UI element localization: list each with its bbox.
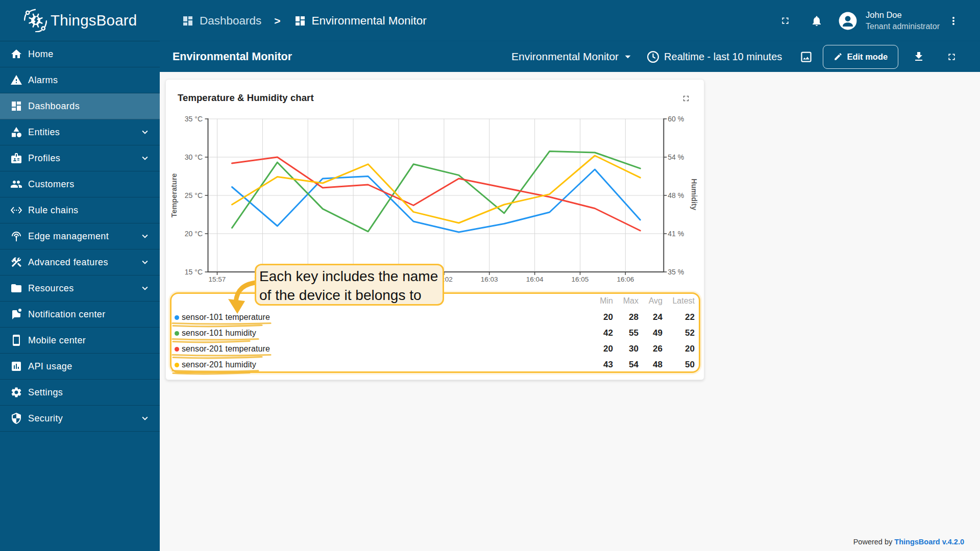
svg-text:16:03: 16:03	[481, 276, 498, 283]
svg-text:20 °C: 20 °C	[185, 230, 203, 238]
svg-text:15:57: 15:57	[209, 276, 226, 283]
svg-text:25 °C: 25 °C	[185, 191, 203, 199]
svg-text:35 °C: 35 °C	[185, 115, 203, 123]
svg-text:30 °C: 30 °C	[185, 153, 203, 161]
svg-text:41 %: 41 %	[668, 230, 684, 238]
svg-text:15 °C: 15 °C	[185, 268, 203, 276]
svg-text:48 %: 48 %	[668, 191, 684, 199]
svg-text:60 %: 60 %	[668, 115, 684, 123]
svg-text:Temperature: Temperature	[170, 173, 178, 218]
svg-text:54 %: 54 %	[668, 153, 684, 161]
svg-text:16:05: 16:05	[572, 276, 589, 283]
svg-text:16:06: 16:06	[617, 276, 634, 283]
svg-text:16:04: 16:04	[526, 276, 544, 283]
svg-text:35 %: 35 %	[668, 268, 684, 276]
svg-text:Humidity: Humidity	[690, 179, 698, 210]
